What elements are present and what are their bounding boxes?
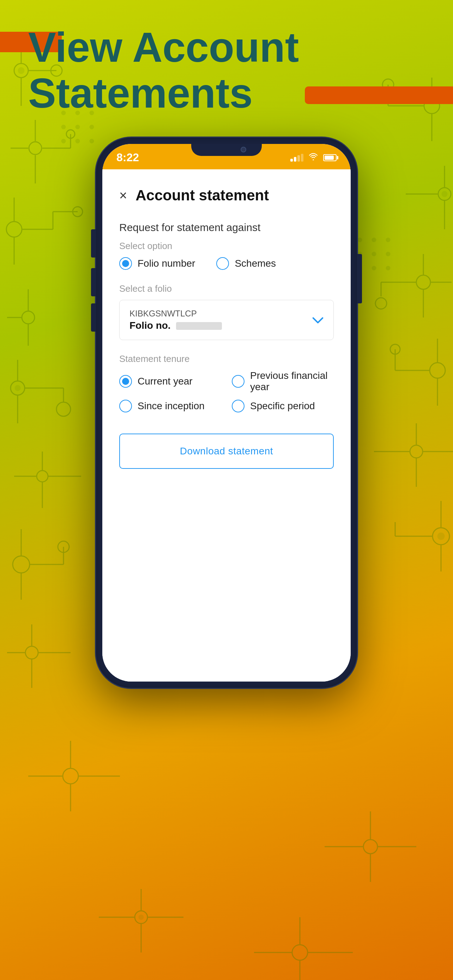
phone-notch: [191, 144, 262, 156]
chevron-down-icon: [312, 313, 324, 327]
schemes-option[interactable]: Schemes: [216, 257, 276, 270]
status-time: 8:22: [116, 151, 139, 164]
app-content: × Account statement Request for statemen…: [102, 169, 351, 682]
svg-point-111: [139, 915, 143, 920]
since-inception-option[interactable]: Since inception: [119, 400, 221, 412]
modal-title: Account statement: [135, 187, 269, 204]
modal-subtitle: Request for statement against: [119, 221, 334, 234]
folio-number-label: Folio number: [138, 258, 195, 269]
folio-masked-number: [176, 322, 222, 330]
svg-point-110: [135, 911, 148, 924]
folio-info: KIBKGSNWTLCP Folio no.: [129, 309, 222, 331]
specific-period-option[interactable]: Specific period: [232, 400, 334, 412]
status-icons: [290, 153, 337, 162]
folio-code: KIBKGSNWTLCP: [129, 309, 222, 318]
close-button[interactable]: ×: [119, 189, 127, 202]
signal-icon: [290, 154, 304, 162]
schemes-label: Schemes: [235, 258, 276, 269]
phone-mockup: 8:22: [96, 138, 357, 688]
select-folio-label: Select a folio: [119, 283, 334, 294]
current-year-option[interactable]: Current year: [119, 370, 221, 393]
folio-number-display: Folio no.: [129, 320, 222, 331]
svg-point-100: [63, 768, 78, 784]
select-option-label: Select option: [119, 240, 334, 251]
since-inception-label: Since inception: [138, 400, 205, 412]
wifi-icon: [308, 153, 318, 162]
tenure-label: Statement tenure: [119, 353, 334, 364]
download-statement-button[interactable]: Download statement: [119, 434, 334, 469]
page-title: View Account Statements: [28, 21, 425, 116]
camera-icon: [241, 147, 246, 153]
specific-period-radio[interactable]: [232, 400, 245, 412]
previous-year-radio[interactable]: [232, 375, 245, 388]
folio-number-option[interactable]: Folio number: [119, 257, 195, 270]
modal-header: × Account statement: [119, 187, 334, 204]
svg-point-116: [292, 945, 308, 960]
previous-year-label: Previous financial year: [250, 370, 334, 393]
folio-dropdown[interactable]: KIBKGSNWTLCP Folio no.: [119, 300, 334, 340]
since-inception-radio[interactable]: [119, 400, 132, 412]
tenure-grid: Current year Previous financial year Sin…: [119, 370, 334, 412]
current-year-radio[interactable]: [119, 375, 132, 388]
specific-period-label: Specific period: [250, 400, 315, 412]
previous-year-option[interactable]: Previous financial year: [232, 370, 334, 393]
current-year-label: Current year: [138, 376, 192, 387]
option-radio-group: Folio number Schemes: [119, 257, 334, 270]
svg-point-105: [363, 840, 377, 854]
folio-number-radio[interactable]: [119, 257, 132, 270]
battery-icon: [323, 154, 337, 161]
schemes-radio[interactable]: [216, 257, 229, 270]
